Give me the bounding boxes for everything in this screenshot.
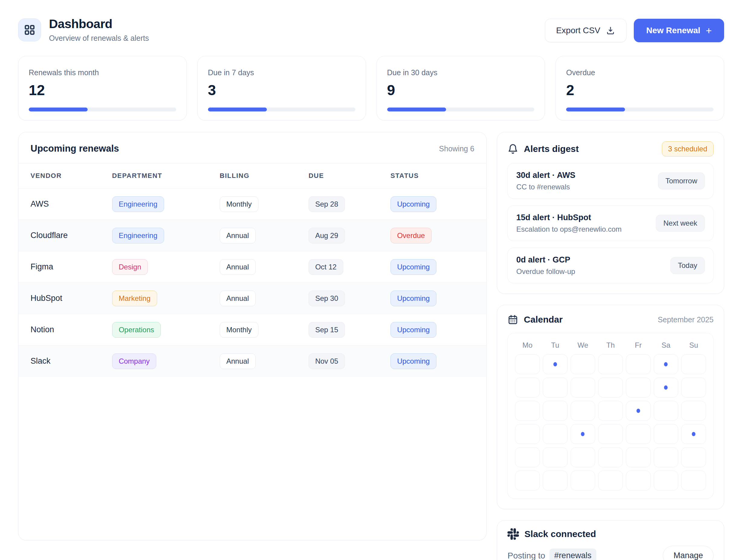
alert-subtitle: Escalation to ops@renewlio.com bbox=[516, 225, 622, 233]
event-dot bbox=[664, 385, 668, 390]
alert-when-pill: Today bbox=[670, 257, 705, 274]
calendar-day-cell[interactable] bbox=[598, 401, 623, 421]
column-header: VENDOR bbox=[18, 163, 112, 188]
calendar-day-cell[interactable] bbox=[571, 447, 595, 467]
export-csv-button[interactable]: Export CSV bbox=[545, 19, 627, 42]
table-row[interactable]: Notion Operations Monthly Sep 15 Upcomin… bbox=[18, 314, 486, 346]
slack-channel-chip: #renewals bbox=[550, 549, 596, 560]
table-row[interactable]: Slack Company Annual Nov 05 Upcoming bbox=[18, 346, 486, 377]
calendar-card: Calendar September 2025 MoTuWeThFrSaSu bbox=[497, 305, 724, 509]
calendar-day-cell[interactable] bbox=[681, 354, 706, 374]
calendar-day-cell[interactable] bbox=[571, 378, 595, 397]
calendar-day-cell[interactable] bbox=[543, 401, 568, 421]
calendar-day-cell[interactable] bbox=[654, 471, 679, 491]
calendar-day-cell[interactable] bbox=[598, 424, 623, 444]
table-row[interactable]: Figma Design Annual Oct 12 Upcoming bbox=[18, 251, 486, 283]
calendar-day-cell[interactable] bbox=[543, 378, 568, 397]
department-badge: Operations bbox=[112, 322, 161, 338]
calendar-day-header: We bbox=[571, 341, 595, 349]
calendar-day-cell[interactable] bbox=[515, 424, 540, 444]
calendar-day-cell[interactable] bbox=[681, 401, 706, 421]
calendar-day-cell[interactable] bbox=[654, 354, 679, 374]
vendor-name: Slack bbox=[31, 356, 50, 365]
alert-title: 30d alert · AWS bbox=[516, 171, 576, 180]
calendar-day-cell[interactable] bbox=[598, 471, 623, 491]
department-badge: Engineering bbox=[112, 228, 164, 243]
calendar-day-cell[interactable] bbox=[515, 378, 540, 397]
dashboard-page: Dashboard Overview of renewals & alerts … bbox=[0, 0, 732, 560]
calendar-day-cell[interactable] bbox=[571, 471, 595, 491]
status-badge: Upcoming bbox=[391, 196, 437, 212]
calendar-day-cell[interactable] bbox=[515, 354, 540, 374]
table-row[interactable]: AWS Engineering Monthly Sep 28 Upcoming bbox=[18, 188, 486, 220]
bell-icon bbox=[508, 143, 518, 154]
calendar-day-cell[interactable] bbox=[654, 424, 679, 444]
event-dot bbox=[581, 432, 585, 436]
column-header: DEPARTMENT bbox=[112, 163, 220, 188]
page-title: Dashboard bbox=[49, 17, 149, 31]
status-badge: Upcoming bbox=[391, 291, 437, 306]
alert-subtitle: Overdue follow-up bbox=[516, 267, 575, 276]
alert-title: 15d alert · HubSpot bbox=[516, 213, 622, 222]
download-icon bbox=[606, 26, 615, 35]
calendar-day-cell[interactable] bbox=[681, 447, 706, 467]
department-badge: Company bbox=[112, 353, 156, 369]
calendar-day-cell[interactable] bbox=[515, 471, 540, 491]
calendar-day-cell[interactable] bbox=[571, 354, 595, 374]
calendar-day-cell[interactable] bbox=[515, 447, 540, 467]
new-renewal-button[interactable]: New Renewal + bbox=[634, 19, 724, 42]
status-badge: Upcoming bbox=[391, 322, 437, 338]
stat-value: 12 bbox=[29, 82, 176, 98]
manage-button[interactable]: Manage bbox=[663, 546, 714, 560]
alert-item[interactable]: 15d alert · HubSpot Escalation to ops@re… bbox=[508, 205, 714, 241]
plus-icon: + bbox=[706, 25, 712, 36]
calendar-day-cell[interactable] bbox=[515, 401, 540, 421]
calendar-day-cell[interactable] bbox=[626, 471, 651, 491]
stat-progress-fill bbox=[387, 108, 446, 111]
vendor-name: Notion bbox=[31, 325, 54, 334]
slack-icon bbox=[508, 528, 519, 540]
alert-item[interactable]: 0d alert · GCP Overdue follow-up Today bbox=[508, 248, 714, 283]
billing-badge: Annual bbox=[220, 228, 256, 243]
table-row[interactable]: Cloudflare Engineering Annual Aug 29 Ove… bbox=[18, 220, 486, 251]
calendar-day-cell[interactable] bbox=[598, 447, 623, 467]
calendar-day-cell[interactable] bbox=[598, 354, 623, 374]
calendar-day-cell[interactable] bbox=[626, 447, 651, 467]
calendar-day-cell[interactable] bbox=[681, 471, 706, 491]
calendar-day-cell[interactable] bbox=[543, 447, 568, 467]
calendar-day-cell[interactable] bbox=[571, 401, 595, 421]
calendar-day-cell[interactable] bbox=[681, 378, 706, 397]
alert-item[interactable]: 30d alert · AWS CC to #renewals Tomorrow bbox=[508, 163, 714, 199]
calendar-day-cell[interactable] bbox=[598, 378, 623, 397]
calendar-day-cell[interactable] bbox=[626, 401, 651, 421]
event-dot bbox=[692, 432, 695, 436]
stats-row: Renewals this month 12 Due in 7 days 3 D… bbox=[18, 56, 724, 121]
stat-card: Due in 30 days 9 bbox=[377, 56, 545, 121]
table-row[interactable]: HubSpot Marketing Annual Sep 30 Upcoming bbox=[18, 283, 486, 314]
calendar-day-cell[interactable] bbox=[654, 401, 679, 421]
stat-progress-track bbox=[208, 108, 355, 111]
calendar-day-cell[interactable] bbox=[681, 424, 706, 444]
calendar-day-cell[interactable] bbox=[571, 424, 595, 444]
calendar-day-cell[interactable] bbox=[543, 471, 568, 491]
calendar-day-cell[interactable] bbox=[626, 378, 651, 397]
stat-label: Due in 30 days bbox=[387, 68, 535, 77]
alert-subtitle: CC to #renewals bbox=[516, 183, 576, 191]
calendar-day-header: Mo bbox=[515, 341, 540, 349]
calendar-day-cell[interactable] bbox=[654, 447, 679, 467]
due-date-badge: Sep 15 bbox=[308, 322, 345, 338]
billing-badge: Annual bbox=[220, 353, 256, 369]
calendar-day-header: Th bbox=[598, 341, 623, 349]
calendar-day-cell[interactable] bbox=[654, 378, 679, 397]
calendar-day-header: Su bbox=[681, 341, 706, 349]
stat-progress-fill bbox=[208, 108, 267, 111]
dashboard-grid-icon bbox=[18, 18, 41, 41]
calendar-day-header: Sa bbox=[654, 341, 679, 349]
calendar-day-cell[interactable] bbox=[626, 354, 651, 374]
calendar-day-cell[interactable] bbox=[543, 354, 568, 374]
calendar-day-cell[interactable] bbox=[543, 424, 568, 444]
calendar-day-cell[interactable] bbox=[626, 424, 651, 444]
stat-value: 9 bbox=[387, 82, 535, 98]
stat-label: Overdue bbox=[566, 68, 714, 77]
calendar-day-header: Tu bbox=[543, 341, 568, 349]
